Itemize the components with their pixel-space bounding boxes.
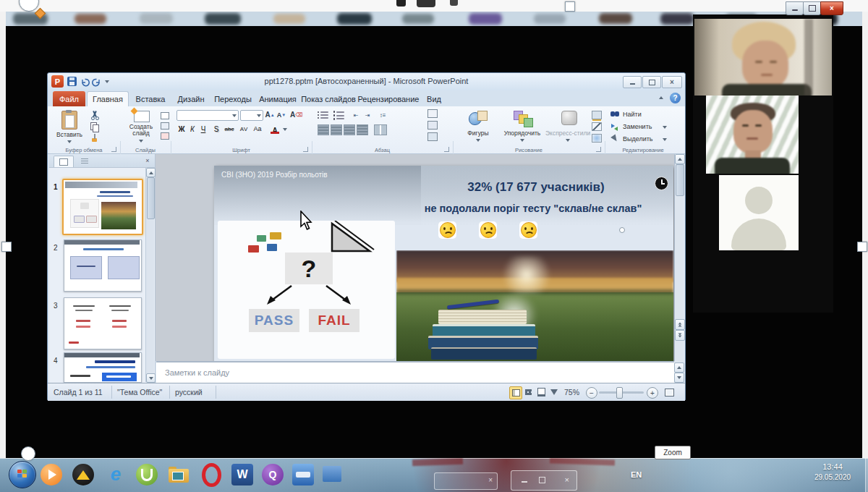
select-button[interactable]: Выделить [610,135,677,145]
shape-effects-icon[interactable] [592,134,602,143]
numbering-button[interactable] [333,111,346,120]
font-size-combobox[interactable] [240,110,263,121]
zoom-out-button[interactable]: − [586,387,597,399]
tab-outline-pane[interactable] [75,156,94,166]
tab-vstavka[interactable]: Вставка [130,91,171,106]
character-spacing-button[interactable]: АV [237,123,250,135]
language-indicator[interactable]: EN [631,470,642,479]
slide-sorter-view-button[interactable] [522,386,534,398]
tab-file[interactable]: Файл [53,91,85,106]
underline-button[interactable]: Ч [198,123,208,135]
tab-animatsiya[interactable]: Анимация [256,91,299,106]
show-desktop-button[interactable] [865,458,868,492]
taskbar-icon-word[interactable]: W [231,464,253,485]
taskbar-window-button[interactable]: × [434,472,498,490]
zoom-slider-thumb[interactable] [616,387,623,399]
font-dialog-launcher[interactable] [303,147,308,152]
font-name-combobox[interactable] [176,110,239,121]
clear-formatting-button[interactable]: A⌫ [291,109,302,120]
participant-video-1[interactable] [694,19,832,96]
change-case-button[interactable]: Аа [252,123,263,135]
participant-video-2[interactable] [706,96,799,174]
reset-slide-icon[interactable] [161,122,169,130]
taskbar-icon-folder2[interactable] [323,466,341,482]
reading-view-button[interactable] [535,386,547,398]
taskbar-clock[interactable]: 13:44 29.05.2020 [801,462,864,487]
format-painter-button[interactable] [90,134,100,143]
shadow-button[interactable]: S [211,123,221,135]
window-restore-button[interactable] [642,76,661,88]
taskbar-icon-media-player[interactable] [41,464,62,485]
taskbar-icon-app[interactable] [292,464,314,485]
slide-canvas[interactable]: СВІ (ЗНО) 2019 Розбір польотів 32% (17 6… [214,166,673,362]
minimize-button[interactable] [786,1,804,15]
scroll-down-icon[interactable] [674,373,684,383]
normal-view-button[interactable] [509,386,522,399]
quick-styles-button[interactable]: Экспресс-стили [545,109,590,147]
align-center-button[interactable] [331,124,342,135]
strikethrough-button[interactable]: abc [223,123,236,135]
new-slide-button[interactable]: Создать слайд [123,109,159,147]
notes-pane[interactable]: Заметки к слайду [156,361,674,383]
paste-button[interactable]: Вставить [54,109,85,147]
slideshow-view-button[interactable] [548,386,560,398]
increase-indent-button[interactable]: ⇥ [362,111,373,120]
taskbar-icon-pictures-folder[interactable] [168,465,190,484]
theme-name[interactable]: "Тема Office" [117,388,162,396]
close-pane-button[interactable]: × [143,156,152,165]
language-indicator[interactable]: русский [175,388,203,396]
selection-handle-top-middle[interactable] [565,1,575,12]
taskbar-window-button[interactable]: × [511,470,577,491]
shrink-font-button[interactable]: A▼ [276,109,286,120]
copy-button[interactable] [90,122,100,131]
collapse-ribbon-icon[interactable] [659,96,663,99]
align-left-button[interactable] [318,124,329,135]
font-color-button[interactable]: А [269,123,281,135]
tab-dizayn[interactable]: Дизайн [172,91,210,106]
tab-pokaz-slaydov[interactable]: Показ слайдов [301,91,356,106]
previous-slide-icon[interactable] [675,319,685,330]
maximize-button[interactable] [803,1,821,15]
arrange-button[interactable]: Упорядочить [499,109,545,147]
slide-thumbnail-3[interactable] [64,297,142,349]
delete-slide-icon[interactable] [161,132,169,140]
slide-stat-line[interactable]: 32% (17 677 учасників) [402,180,670,195]
align-text-icon[interactable] [427,121,438,130]
taskbar-icon-qip[interactable]: Q [262,464,284,485]
columns-button[interactable] [374,124,387,135]
taskbar-icon-internet-explorer[interactable]: e [104,462,127,485]
slide-thumbnail-2[interactable] [64,239,142,292]
window-minimize-button[interactable] [623,76,642,88]
window-close-button[interactable]: × [662,76,682,88]
cut-button[interactable] [90,111,100,119]
taskbar-icon-opera[interactable] [200,463,223,486]
scroll-up-icon[interactable] [146,168,156,177]
tab-slides-pane[interactable] [54,156,74,167]
paragraph-dialog-launcher[interactable] [444,147,449,152]
tab-perekhody[interactable]: Переходы [211,91,255,106]
grow-font-button[interactable]: A▲ [265,109,275,120]
italic-button[interactable]: К [187,123,197,135]
align-right-button[interactable] [344,124,355,135]
pass-fail-diagram[interactable]: ? PASS FAIL [218,221,395,359]
replace-button[interactable]: Заменить [610,122,677,132]
start-button[interactable] [9,461,36,488]
shapes-button[interactable]: Фигуры [459,109,498,147]
selection-handle-bottom-left[interactable] [21,446,35,461]
slide-scrollbar[interactable] [674,154,684,361]
scroll-down-icon[interactable] [146,373,156,383]
tab-glavnaya[interactable]: Главная [87,91,129,106]
slide-thumbnail-4[interactable] [64,352,142,383]
smartart-convert-icon[interactable] [427,132,438,141]
help-button[interactable]: ? [670,93,681,103]
scrollbar-thumb[interactable] [676,164,684,196]
drawing-dialog-launcher[interactable] [596,147,601,152]
scroll-up-icon[interactable] [674,362,684,373]
scroll-up-icon[interactable] [675,154,685,164]
slide-layout-icon[interactable] [161,112,169,119]
zoom-in-button[interactable]: + [647,387,658,399]
selection-handle-left-middle[interactable] [1,242,12,252]
taskbar-icon-utorrent[interactable] [136,464,158,485]
line-spacing-button[interactable]: ↕≡ [377,111,388,120]
shape-fill-icon[interactable] [592,111,602,119]
